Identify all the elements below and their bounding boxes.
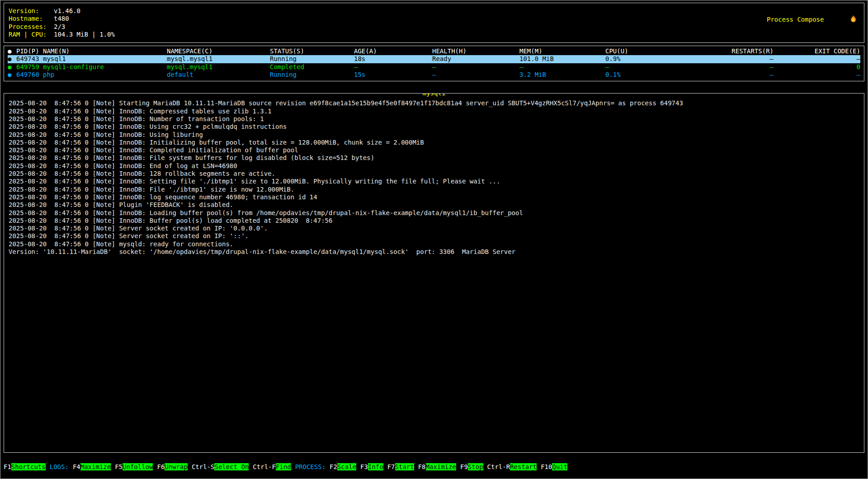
cell-status: Completed	[270, 63, 354, 71]
col-header-restarts[interactable]: RESTARTS(R)	[687, 47, 774, 55]
system-info: Version: v1.46.0 Hostname: t480 Processe…	[9, 7, 115, 38]
col-header-health[interactable]: HEALTH(H)	[432, 47, 519, 55]
header-panel: Version: v1.46.0 Hostname: t480 Processe…	[4, 3, 864, 43]
shortcut-ctrl-f-find[interactable]: Ctrl-FFind	[253, 463, 291, 471]
cell-namespace: mysql.mysql1	[167, 63, 270, 71]
process-section-label: PROCESS:	[295, 463, 326, 471]
cell-cpu: 0.1%	[605, 71, 687, 79]
shortcut-key: Ctrl-S	[192, 463, 215, 470]
cell-restarts: –	[687, 55, 774, 63]
col-header-pid-name[interactable]: PID(P) NAME(N)	[16, 47, 167, 55]
log-line: 2025-08-20 8:47:56 0 [Note] InnoDB: Usin…	[9, 131, 859, 139]
shortcut-label: Maximize	[426, 463, 456, 470]
shortcut-key: F7	[387, 463, 395, 470]
log-panel[interactable]: mysql1 2025-08-20 8:47:56 0 [Note] Start…	[4, 93, 864, 453]
log-line: 2025-08-20 8:47:56 0 [Note] InnoDB: Load…	[9, 209, 859, 217]
process-row-mysql1-configure[interactable]: ● 649759 mysql1-configure mysql.mysql1 C…	[8, 63, 860, 71]
cell-pid-name: 649760 php	[16, 71, 167, 79]
process-compose-app: { "header": { "fields": [ { "label": "Ve…	[0, 0, 868, 479]
cell-mem: 101.0 MiB	[519, 55, 605, 63]
shortcut-ctrl-r-restart[interactable]: Ctrl-RRestart	[487, 463, 537, 471]
col-header-exit-code[interactable]: EXIT CODE(E)	[774, 47, 860, 55]
cell-age: 18s	[354, 55, 432, 63]
ram-cpu-label: RAM | CPU:	[9, 31, 54, 38]
log-line: 2025-08-20 8:47:56 0 [Note] InnoDB: Sett…	[9, 178, 859, 185]
shortcut-key: F3	[360, 463, 368, 470]
cell-exit-code: –	[774, 55, 860, 63]
logs-section-label: LOGS:	[50, 463, 69, 471]
shortcut-label: Restart	[510, 463, 537, 470]
cell-mem: 3.2 MiB	[519, 71, 605, 79]
process-table-header: ● PID(P) NAME(N) NAMESPACE(C) STATUS(S) …	[8, 47, 860, 55]
shortcut-key: F6	[157, 463, 165, 470]
app-title: Process Compose	[767, 16, 824, 23]
app-title-area: Process Compose	[767, 7, 859, 33]
log-line: 2025-08-20 8:47:56 0 [Note] InnoDB: File…	[9, 186, 859, 193]
hostname-label: Hostname:	[9, 15, 54, 23]
shortcut-f6-unwrap[interactable]: F6Unwrap	[157, 463, 187, 471]
shortcut-f4-maximize-logs[interactable]: F4Maximize	[73, 463, 111, 471]
shortcut-label: Find	[276, 463, 291, 470]
cell-namespace: default	[167, 71, 270, 79]
fire-icon	[827, 7, 857, 33]
cell-exit-code: –	[774, 71, 860, 79]
shortcut-key: F10	[541, 463, 552, 470]
shortcut-f8-maximize-process[interactable]: F8Maximize	[418, 463, 456, 471]
cell-mem: –	[519, 63, 605, 71]
cell-age: –	[354, 63, 432, 71]
shortcut-f1-shortcuts[interactable]: F1Shortcuts	[4, 463, 46, 471]
col-header-status[interactable]: STATUS(S)	[270, 47, 354, 55]
shortcut-f10-quit[interactable]: F10Quit	[541, 463, 567, 471]
log-line: 2025-08-20 8:47:56 0 [Note] InnoDB: Comp…	[9, 108, 859, 115]
col-header-mem[interactable]: MEM(M)	[519, 47, 605, 55]
shortcut-label: Shortcuts	[11, 463, 46, 470]
cell-status: Running	[270, 71, 354, 79]
shortcut-f9-stop[interactable]: F9Stop	[460, 463, 483, 471]
cell-restarts: –	[687, 63, 774, 71]
shortcut-label: Unwrap	[165, 463, 188, 470]
shortcut-label: Quit	[552, 463, 567, 470]
cell-pid-name: 649759 mysql1-configure	[16, 63, 167, 71]
log-line: 2025-08-20 8:47:56 0 [Note] mysqld: read…	[9, 240, 859, 248]
shortcut-f2-scale[interactable]: F2Scale	[330, 463, 356, 471]
log-line: 2025-08-20 8:47:56 0 [Note] InnoDB: Numb…	[9, 115, 859, 123]
shortcut-f7-start[interactable]: F7Start	[387, 463, 414, 471]
cell-status: Running	[270, 55, 354, 63]
shortcut-bar: F1Shortcuts LOGS: F4Maximize F5Unfollow …	[4, 463, 864, 472]
status-dot-icon: ●	[8, 71, 16, 79]
shortcut-key: F8	[418, 463, 426, 470]
cell-age: 15s	[354, 71, 432, 79]
shortcut-key: F9	[460, 463, 468, 470]
cell-health: –	[432, 71, 519, 79]
shortcut-label: Select On	[214, 463, 249, 470]
shortcut-f3-info[interactable]: F3Info	[360, 463, 383, 471]
shortcut-f5-unfollow[interactable]: F5Unfollow	[115, 463, 153, 471]
col-header-namespace[interactable]: NAMESPACE(C)	[167, 47, 270, 55]
shortcut-key: F5	[115, 463, 123, 470]
cell-cpu: –	[605, 63, 687, 71]
cell-cpu: 0.9%	[605, 55, 687, 63]
shortcut-key: F2	[330, 463, 337, 470]
log-line: 2025-08-20 8:47:56 0 [Note] InnoDB: Init…	[9, 139, 859, 146]
shortcut-label: Stop	[468, 463, 483, 470]
hostname-value: t480	[54, 15, 115, 23]
col-header-age[interactable]: AGE(A)	[354, 47, 432, 55]
process-row-mysql1[interactable]: ● 649743 mysql1 mysql.mysql1 Running 18s…	[8, 55, 860, 63]
status-dot-icon: ●	[8, 47, 16, 55]
process-table-panel: ● PID(P) NAME(N) NAMESPACE(C) STATUS(S) …	[4, 46, 864, 81]
processes-label: Processes:	[9, 23, 54, 31]
log-panel-title: mysql1	[422, 93, 446, 97]
log-line: 2025-08-20 8:47:56 0 [Note] InnoDB: End …	[9, 162, 859, 170]
version-label: Version:	[9, 7, 54, 15]
cell-namespace: mysql.mysql1	[167, 55, 270, 63]
shortcut-ctrl-s-select-on[interactable]: Ctrl-SSelect On	[192, 463, 249, 471]
shortcut-key: F4	[73, 463, 80, 470]
log-line: 2025-08-20 8:47:56 0 [Note] Server socke…	[9, 232, 859, 240]
process-row-php[interactable]: ● 649760 php default Running 15s – 3.2 M…	[8, 71, 860, 79]
shortcut-label: Scale	[337, 463, 356, 470]
shortcut-label: Maximize	[80, 463, 111, 470]
log-line: 2025-08-20 8:47:56 0 [Note] InnoDB: File…	[9, 154, 859, 162]
col-header-cpu[interactable]: CPU(U)	[605, 47, 687, 55]
version-value: v1.46.0	[54, 7, 115, 15]
shortcut-label: Unfollow	[123, 463, 153, 470]
